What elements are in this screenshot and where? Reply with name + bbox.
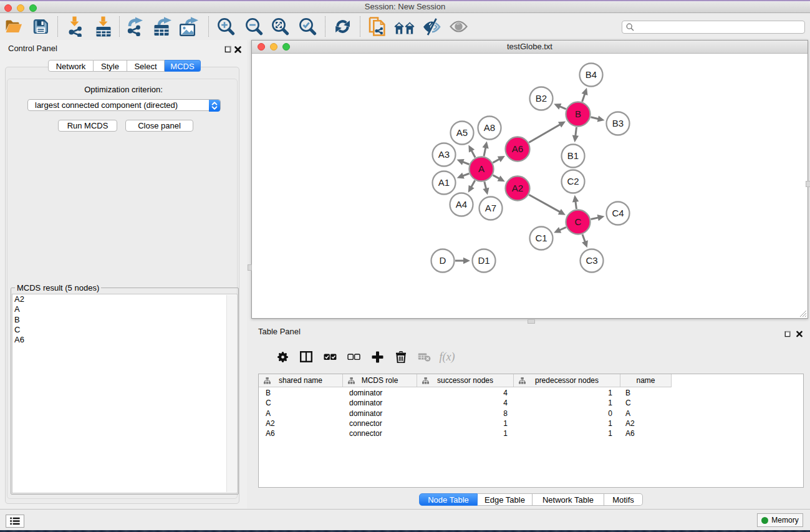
- network-zoom-button[interactable]: [282, 43, 290, 51]
- close-table-panel-icon[interactable]: [796, 329, 803, 340]
- graph-node-B3[interactable]: B3: [607, 112, 630, 135]
- network-minimize-button[interactable]: [270, 43, 277, 51]
- column-header-MCDS-role[interactable]: MCDS role: [343, 374, 417, 387]
- zoom-out-button[interactable]: [243, 13, 264, 40]
- zoom-fit-button[interactable]: [269, 13, 291, 40]
- node-table[interactable]: shared name MCDS role successor nodes pr…: [258, 374, 804, 488]
- table-row-B[interactable]: Bdominator41B: [259, 388, 803, 398]
- import-table-button[interactable]: [93, 13, 114, 40]
- export-image-button[interactable]: [178, 13, 200, 40]
- control-tab-mcds[interactable]: MCDS: [165, 60, 201, 72]
- hide-selected-button[interactable]: [421, 13, 442, 40]
- graph-node-D[interactable]: D: [432, 249, 455, 273]
- graph-node-C4[interactable]: C4: [607, 202, 630, 225]
- search-box[interactable]: [622, 21, 805, 34]
- network-close-button[interactable]: [258, 43, 265, 51]
- mcds-result-item[interactable]: A2: [12, 294, 237, 304]
- graph-node-A5[interactable]: A5: [451, 122, 474, 145]
- show-all-button[interactable]: [448, 13, 470, 40]
- delete-column-button[interactable]: [390, 346, 412, 368]
- graph-node-A6[interactable]: A6: [506, 137, 530, 162]
- graph-node-A8[interactable]: A8: [478, 117, 501, 140]
- memory-button[interactable]: Memory: [757, 513, 803, 527]
- float-panel-icon[interactable]: [224, 44, 231, 56]
- open-session-button[interactable]: [3, 13, 24, 40]
- graph-node-C[interactable]: C: [566, 210, 591, 235]
- close-control-panel-icon[interactable]: [234, 44, 241, 56]
- control-tab-network[interactable]: Network: [48, 60, 94, 72]
- run-mcds-button[interactable]: Run MCDS: [58, 120, 117, 132]
- save-session-button[interactable]: [31, 13, 52, 40]
- column-header-name[interactable]: name: [620, 374, 672, 387]
- first-neighbors-button[interactable]: [393, 13, 415, 40]
- export-table-button[interactable]: [152, 13, 173, 40]
- mcds-result-item[interactable]: B: [12, 315, 237, 325]
- mcds-result-item[interactable]: A6: [12, 335, 237, 345]
- clone-network-button[interactable]: [366, 13, 387, 40]
- control-tab-select[interactable]: Select: [127, 60, 165, 72]
- graph-node-A7[interactable]: A7: [480, 197, 503, 220]
- search-input[interactable]: [634, 22, 804, 33]
- optimization-criterion-dropdown[interactable]: largest connected component (directed): [27, 99, 221, 111]
- control-panel-tabs: NetworkStyleSelectMCDS: [48, 60, 201, 72]
- graph-node-C1[interactable]: C1: [530, 227, 553, 250]
- table-row-A6[interactable]: A6connector11A6: [259, 428, 803, 438]
- graph-node-A1[interactable]: A1: [433, 172, 456, 195]
- minimize-window-button[interactable]: [17, 4, 24, 12]
- graph-node-B4[interactable]: B4: [580, 64, 603, 87]
- splitter-handle[interactable]: [806, 181, 810, 187]
- cell-successor: 4: [503, 398, 508, 408]
- zoom-window-button[interactable]: [29, 4, 37, 12]
- table-row-A[interactable]: Adominator80A: [259, 409, 803, 418]
- mcds-result-list[interactable]: A2ABCA6: [12, 294, 238, 493]
- zoom-in-button[interactable]: [215, 13, 236, 40]
- cell-name: B: [625, 388, 630, 398]
- zoom-selected-icon: [299, 17, 317, 36]
- show-column-button[interactable]: [295, 346, 317, 368]
- toolbar-separator: [325, 16, 325, 37]
- add-column-button[interactable]: [366, 346, 388, 368]
- graph-node-B1[interactable]: B1: [562, 145, 585, 168]
- graph-node-A3[interactable]: A3: [433, 143, 456, 167]
- float-table-panel-icon[interactable]: [784, 329, 791, 340]
- import-network-button[interactable]: [64, 13, 85, 40]
- column-header-successor-nodes[interactable]: successor nodes: [417, 374, 514, 387]
- splitter-handle[interactable]: [248, 264, 252, 271]
- table-row-A2[interactable]: A2connector11A2: [259, 418, 803, 428]
- graph-node-A[interactable]: A: [470, 157, 494, 181]
- splitter-handle[interactable]: [528, 319, 535, 324]
- table-tab-network-table[interactable]: Network Table: [533, 493, 604, 506]
- column-header-shared-name[interactable]: shared name: [259, 374, 343, 387]
- select-all-button[interactable]: [319, 346, 341, 368]
- zoom-selected-button[interactable]: [297, 13, 318, 40]
- table-options-button[interactable]: [272, 346, 294, 368]
- mcds-result-item[interactable]: C: [12, 325, 237, 335]
- export-network-button[interactable]: [126, 13, 147, 40]
- graph-node-A2[interactable]: A2: [506, 177, 530, 201]
- deselect-all-button[interactable]: [342, 346, 365, 368]
- close-panel-button[interactable]: Close panel: [125, 120, 193, 132]
- mcds-result-item[interactable]: A: [12, 304, 237, 314]
- table-tab-motifs[interactable]: Motifs: [604, 493, 643, 506]
- refresh-layout-icon: [335, 19, 350, 34]
- svg-text:B3: B3: [612, 118, 624, 128]
- cell-predecessor: 1: [608, 398, 612, 408]
- column-header-predecessor-nodes[interactable]: predecessor nodes: [514, 374, 620, 387]
- task-history-button[interactable]: [6, 515, 24, 528]
- graph-node-C3[interactable]: C3: [581, 249, 604, 273]
- table-tab-edge-table[interactable]: Edge Table: [478, 493, 533, 506]
- graph-node-A4[interactable]: A4: [450, 193, 473, 216]
- control-tab-style[interactable]: Style: [94, 60, 127, 72]
- graph-node-C2[interactable]: C2: [562, 170, 585, 193]
- close-window-button[interactable]: [4, 4, 12, 12]
- graph-node-B2[interactable]: B2: [530, 87, 553, 110]
- table-tab-node-table[interactable]: Node Table: [419, 493, 478, 506]
- network-graph-canvas[interactable]: B4B2BB3A5A8A3A6B1AA1C2A2A4A7C4CC1C3DD1: [252, 54, 808, 318]
- svg-text:B2: B2: [536, 93, 547, 104]
- refresh-layout-button[interactable]: [332, 13, 353, 40]
- result-scrollbar[interactable]: [226, 295, 236, 492]
- graph-node-D1[interactable]: D1: [473, 249, 496, 273]
- graph-node-B[interactable]: B: [566, 102, 591, 127]
- table-row-C[interactable]: Cdominator41C: [259, 398, 803, 408]
- resize-grip-icon[interactable]: [799, 310, 807, 317]
